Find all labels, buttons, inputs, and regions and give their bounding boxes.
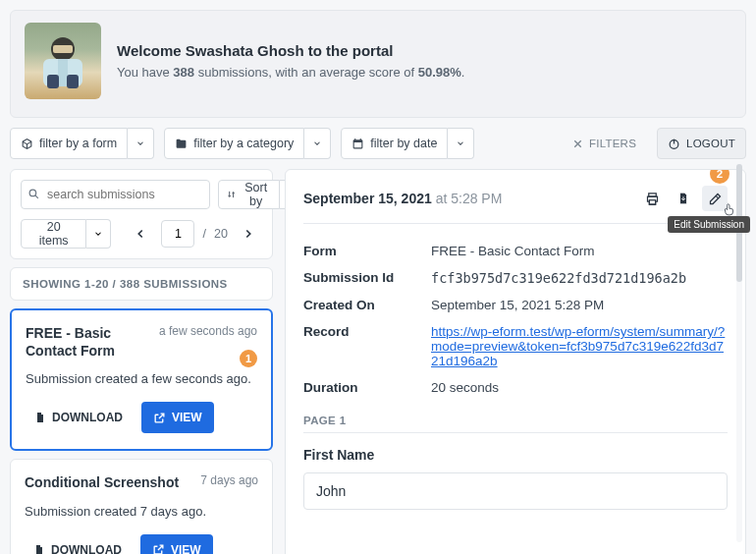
filter-form-label: filter by a form xyxy=(39,137,117,150)
page-current-input[interactable] xyxy=(161,220,194,248)
edit-icon xyxy=(708,192,723,206)
search-sort-panel: Sort by 20 items xyxy=(10,169,273,259)
tooltip-edit-submission: Edit Submission xyxy=(668,216,750,233)
showing-label: SHOWING 1-20 / 388 SUBMISSIONS xyxy=(10,267,273,301)
header: Welcome Swashata Ghosh to the portal You… xyxy=(10,10,746,118)
svg-rect-1 xyxy=(53,45,73,53)
filter-form-group: filter by a form xyxy=(10,128,154,159)
page-section-label: PAGE 1 xyxy=(303,415,728,426)
cube-icon xyxy=(21,138,33,150)
file-download-icon xyxy=(676,192,690,205)
page-prev-button[interactable] xyxy=(127,220,153,248)
page-total: 20 xyxy=(214,227,228,241)
pager-row: 20 items / 20 xyxy=(21,219,262,249)
filter-form-button[interactable]: filter by a form xyxy=(10,128,128,159)
external-link-icon xyxy=(153,412,166,424)
power-icon xyxy=(668,138,680,150)
filter-date-caret[interactable] xyxy=(448,128,474,159)
print-button[interactable] xyxy=(639,186,665,211)
meta-value: 20 seconds xyxy=(431,380,728,395)
meta-key: Submission Id xyxy=(303,270,431,286)
filters-clear-button[interactable]: FILTERS xyxy=(561,128,647,159)
submission-title: FREE - Basic Contact Form xyxy=(26,324,149,360)
download-button[interactable]: DOWNLOAD xyxy=(25,534,131,554)
first-name-input[interactable] xyxy=(303,472,728,510)
divider xyxy=(303,432,728,433)
sort-label: Sort by xyxy=(241,181,271,208)
submission-age: 7 days ago xyxy=(200,473,258,487)
svg-rect-5 xyxy=(67,75,79,88)
badge-count: 2 xyxy=(710,169,729,184)
welcome-text: Welcome Swashata Ghosh to the portal You… xyxy=(117,42,464,80)
submission-body: Submission created 7 days ago. xyxy=(25,504,258,519)
page-next-button[interactable] xyxy=(236,220,262,248)
detail-date: September 15, 2021 at 5:28 PM xyxy=(303,191,502,206)
meta-key: Created On xyxy=(303,298,431,312)
welcome-stats: You have 388 submissions, with an averag… xyxy=(117,65,464,80)
meta-table: FormFREE - Basic Contact Form Submission… xyxy=(303,238,728,401)
svg-rect-3 xyxy=(58,59,68,86)
filter-category-button[interactable]: filter by a category xyxy=(164,128,304,159)
filter-category-group: filter by a category xyxy=(164,128,331,159)
content: Sort by 20 items xyxy=(10,169,746,554)
meta-value: FREE - Basic Contact Form xyxy=(431,244,728,258)
sort-icon xyxy=(227,189,236,200)
svg-point-8 xyxy=(29,190,36,196)
submission-body: 1 Submission created a few seconds ago. xyxy=(26,371,257,386)
page-sep: / xyxy=(202,227,205,241)
chevron-right-icon xyxy=(242,227,255,241)
file-icon xyxy=(33,544,45,554)
print-icon xyxy=(645,192,660,206)
svg-line-9 xyxy=(35,195,38,198)
view-button[interactable]: VIEW xyxy=(141,402,214,433)
avatar xyxy=(25,23,101,99)
items-caret[interactable] xyxy=(86,219,111,249)
close-icon xyxy=(571,138,584,150)
meta-key: Record xyxy=(303,324,431,368)
file-icon xyxy=(34,412,46,423)
filter-category-label: filter by a category xyxy=(193,137,294,150)
download-button[interactable]: DOWNLOAD xyxy=(26,402,132,433)
submission-age: a few seconds ago xyxy=(159,324,257,338)
welcome-title: Welcome Swashata Ghosh to the portal xyxy=(117,42,464,59)
submission-title: Conditional Screenshot xyxy=(25,473,179,491)
chevron-down-icon xyxy=(135,138,145,148)
sort-button[interactable]: Sort by xyxy=(218,180,280,209)
field-label: First Name xyxy=(303,447,728,463)
meta-value: fcf3b975d7c319e622fd3d721d196a2b xyxy=(431,270,728,286)
search-wrap xyxy=(21,180,210,209)
badge-count: 1 xyxy=(240,350,257,367)
filter-bar: filter by a form filter by a category fi… xyxy=(10,128,746,159)
avatar-image xyxy=(33,31,92,90)
search-input[interactable] xyxy=(21,180,210,209)
submission-card[interactable]: FREE - Basic Contact Form a few seconds … xyxy=(10,308,273,451)
filter-date-button[interactable]: filter by date xyxy=(341,128,448,159)
left-column: Sort by 20 items xyxy=(10,169,273,554)
logout-label: LOGOUT xyxy=(686,138,735,149)
svg-rect-4 xyxy=(47,75,59,88)
filter-form-caret[interactable] xyxy=(128,128,154,159)
calendar-icon xyxy=(351,138,364,150)
filter-date-label: filter by date xyxy=(370,137,437,150)
meta-value: September 15, 2021 5:28 PM xyxy=(431,298,728,312)
chevron-down-icon xyxy=(312,138,322,148)
chevron-down-icon xyxy=(93,229,103,239)
items-button[interactable]: 20 items xyxy=(21,219,86,249)
filters-clear-label: FILTERS xyxy=(589,138,636,149)
svg-rect-11 xyxy=(649,199,655,203)
folder-icon xyxy=(175,138,188,150)
view-button[interactable]: VIEW xyxy=(140,534,213,554)
download-file-button[interactable] xyxy=(671,186,696,211)
filter-category-caret[interactable] xyxy=(304,128,331,159)
meta-key: Form xyxy=(303,244,431,258)
submission-card[interactable]: Conditional Screenshot 7 days ago Submis… xyxy=(10,459,273,554)
divider xyxy=(303,223,728,224)
meta-key: Duration xyxy=(303,380,431,395)
chevron-left-icon xyxy=(134,227,147,241)
logout-button[interactable]: LOGOUT xyxy=(657,128,746,159)
record-link[interactable]: https://wp-eform.test/wp-eform/system/su… xyxy=(431,324,725,368)
items-per-page: 20 items xyxy=(21,219,111,249)
chevron-down-icon xyxy=(456,138,465,148)
external-link-icon xyxy=(152,543,165,554)
search-icon xyxy=(27,188,40,200)
